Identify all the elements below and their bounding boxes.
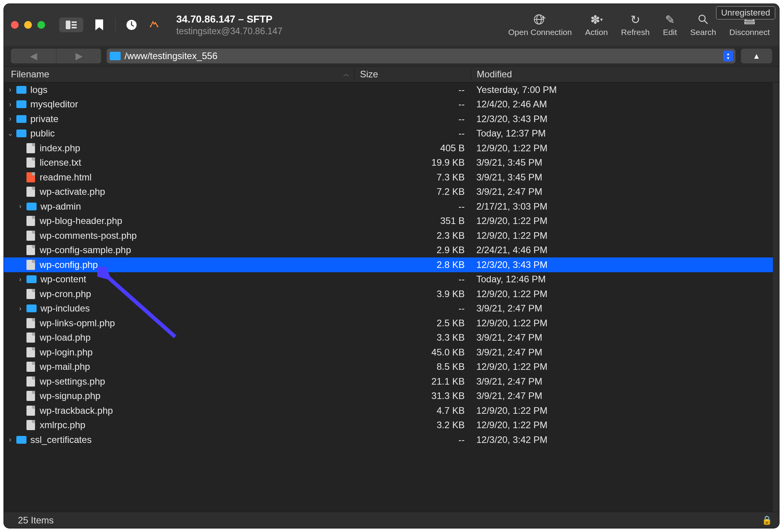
folder-icon — [16, 436, 26, 444]
file-row[interactable]: wp-comments-post.php2.3 KB12/9/20, 1:22 … — [4, 228, 773, 243]
file-name: wp-cron.php — [40, 289, 91, 299]
file-row[interactable]: wp-links-opml.php2.5 KB12/9/20, 1:22 PM — [4, 316, 773, 331]
column-modified[interactable]: Modified — [471, 69, 779, 80]
file-row[interactable]: wp-activate.php7.2 KB3/9/21, 2:47 PM — [4, 185, 773, 200]
disclosure-triangle-icon[interactable]: › — [6, 86, 14, 94]
action-button[interactable]: ✽▾ Action — [585, 13, 607, 37]
file-row[interactable]: wp-trackback.php4.7 KB12/9/20, 1:22 PM — [4, 403, 773, 418]
file-row[interactable]: wp-config-sample.php2.9 KB2/24/21, 4:46 … — [4, 243, 773, 258]
pencil-icon: ✎ — [665, 13, 675, 26]
file-name: wp-login.php — [40, 347, 93, 358]
unregistered-badge[interactable]: Unregistered — [716, 6, 775, 19]
transfer-icon[interactable] — [147, 18, 161, 32]
disclosure-triangle-icon[interactable]: › — [16, 275, 24, 284]
open-connection-button[interactable]: Open Connection — [508, 13, 572, 37]
file-row[interactable]: wp-blog-header.php351 B12/9/20, 1:22 PM — [4, 214, 773, 229]
disclosure-triangle-icon[interactable]: › — [6, 115, 14, 123]
column-filename[interactable]: Filename ︿ — [4, 69, 354, 80]
file-icon — [26, 231, 35, 241]
nav-forward-button[interactable]: ▶ — [56, 49, 101, 63]
file-name-cell: wp-load.php — [4, 332, 354, 343]
svg-rect-14 — [745, 22, 754, 24]
file-modified: Today, 12:37 PM — [471, 128, 773, 139]
file-row[interactable]: readme.html7.3 KB3/9/21, 3:45 PM — [4, 170, 773, 185]
minimize-icon[interactable] — [24, 21, 32, 29]
file-row[interactable]: ›wp-includes--3/9/21, 2:47 PM — [4, 301, 773, 316]
file-name: wp-content — [40, 274, 86, 285]
disclosure-triangle-icon[interactable]: › — [16, 304, 24, 313]
disclosure-triangle-icon[interactable]: › — [6, 436, 14, 444]
disclosure-triangle-icon[interactable]: ⌄ — [6, 129, 14, 138]
file-size: 2.9 KB — [354, 245, 471, 256]
disclosure-triangle-icon[interactable]: › — [16, 202, 24, 210]
view-mode-button[interactable] — [59, 18, 83, 32]
file-row[interactable]: wp-config.php2.8 KB12/3/20, 3:43 PM — [4, 257, 773, 272]
svg-rect-0 — [66, 21, 70, 29]
refresh-icon: ↻ — [630, 13, 640, 26]
edit-label: Edit — [663, 28, 677, 37]
file-list[interactable]: ›logs--Yesterday, 7:00 PM›mysqleditor--1… — [4, 82, 779, 512]
file-icon — [26, 289, 35, 299]
file-row[interactable]: xmlrpc.php3.2 KB12/9/20, 1:22 PM — [4, 418, 773, 433]
html-file-icon — [26, 172, 35, 182]
column-size[interactable]: Size — [354, 69, 471, 80]
file-row[interactable]: ›logs--Yesterday, 7:00 PM — [4, 82, 773, 97]
file-row[interactable]: ›wp-content--Today, 12:46 PM — [4, 272, 773, 287]
file-name: license.txt — [40, 157, 81, 168]
file-modified: 12/9/20, 1:22 PM — [471, 143, 773, 154]
file-row[interactable]: ›private--12/3/20, 3:43 PM — [4, 112, 773, 126]
zoom-icon[interactable] — [37, 21, 45, 29]
file-name-cell: license.txt — [4, 157, 354, 168]
file-size: -- — [354, 303, 471, 314]
history-icon[interactable] — [125, 18, 138, 32]
file-row[interactable]: license.txt19.9 KB3/9/21, 3:45 PM — [4, 156, 773, 170]
up-directory-button[interactable]: ▲ — [741, 49, 772, 63]
svg-rect-1 — [72, 21, 77, 23]
file-row[interactable]: wp-settings.php21.1 KB3/9/21, 2:47 PM — [4, 374, 773, 389]
file-icon — [26, 260, 35, 270]
refresh-button[interactable]: ↻ Refresh — [621, 13, 650, 37]
file-row[interactable]: wp-login.php45.0 KB3/9/21, 2:47 PM — [4, 345, 773, 360]
folder-icon — [26, 275, 37, 283]
disconnect-label: Disconnect — [729, 28, 770, 37]
file-size: -- — [354, 99, 471, 110]
file-row[interactable]: wp-load.php3.3 KB3/9/21, 2:47 PM — [4, 331, 773, 345]
file-name-cell: ›logs — [4, 84, 354, 95]
file-name-cell: wp-blog-header.php — [4, 215, 354, 226]
file-size: -- — [354, 84, 471, 95]
column-headers: Filename ︿ Size Modified — [4, 66, 779, 82]
file-name: readme.html — [40, 172, 91, 183]
file-row[interactable]: index.php405 B12/9/20, 1:22 PM — [4, 141, 773, 156]
column-modified-label: Modified — [477, 69, 512, 79]
bookmarks-icon[interactable] — [93, 18, 106, 32]
file-row[interactable]: wp-cron.php3.9 KB12/9/20, 1:22 PM — [4, 287, 773, 301]
file-row[interactable]: ›ssl_certificates--12/3/20, 3:42 PM — [4, 432, 773, 447]
file-name: wp-config-sample.php — [40, 245, 131, 256]
file-size: 351 B — [354, 215, 471, 226]
close-icon[interactable] — [11, 21, 19, 29]
file-row[interactable]: ›mysqleditor--12/4/20, 2:46 AM — [4, 97, 773, 112]
file-size: 45.0 KB — [354, 347, 471, 358]
file-icon — [26, 420, 35, 430]
nav-back-button[interactable]: ◀ — [11, 49, 56, 63]
disclosure-triangle-icon[interactable]: › — [6, 100, 14, 108]
file-name: wp-mail.php — [40, 361, 90, 372]
refresh-label: Refresh — [621, 28, 650, 37]
file-size: 2.8 KB — [354, 259, 471, 270]
edit-button[interactable]: ✎ Edit — [663, 13, 677, 37]
svg-point-5 — [150, 26, 151, 27]
file-name-cell: wp-cron.php — [4, 289, 354, 299]
file-name: wp-load.php — [40, 332, 91, 343]
file-name-cell: ›wp-includes — [4, 303, 354, 314]
file-row[interactable]: ⌄public--Today, 12:37 PM — [4, 126, 773, 141]
path-text: /www/testingsitex_556 — [125, 51, 218, 61]
path-stepper-icon[interactable]: ▲▼ — [723, 51, 733, 61]
file-row[interactable]: wp-signup.php31.3 KB3/9/21, 2:47 PM — [4, 389, 773, 404]
path-combobox[interactable]: /www/testingsitex_556 ▲▼ — [107, 49, 736, 63]
file-row[interactable]: wp-mail.php8.5 KB12/9/20, 1:22 PM — [4, 360, 773, 374]
column-filename-label: Filename — [11, 69, 49, 80]
file-row[interactable]: ›wp-admin--2/17/21, 3:03 PM — [4, 199, 773, 214]
search-button[interactable]: Search — [690, 13, 716, 37]
search-label: Search — [690, 28, 716, 37]
gear-icon: ✽▾ — [590, 13, 603, 26]
